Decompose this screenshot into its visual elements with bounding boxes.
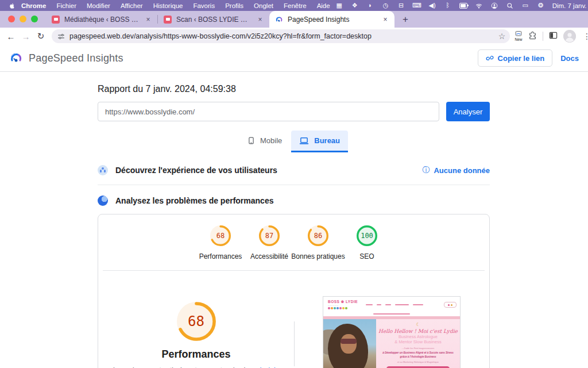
users-experience-icon bbox=[98, 165, 108, 175]
new-badge-label: New bbox=[514, 37, 522, 41]
display-icon[interactable]: ▭ bbox=[521, 2, 529, 10]
wifi-icon[interactable] bbox=[475, 2, 483, 10]
analyzed-url-input[interactable]: https://www.bosslydie.com/ bbox=[98, 102, 439, 121]
spotlight-search-icon[interactable] bbox=[506, 2, 514, 10]
chrome-toolbar: ← → ↻ pagespeed.web.dev/analysis/https-w… bbox=[0, 28, 588, 45]
performance-note: Les valeurs sont estimées et peuvent var… bbox=[111, 365, 281, 368]
menu-historique[interactable]: Historique bbox=[148, 2, 188, 9]
menu-onglet[interactable]: Onglet bbox=[249, 2, 278, 9]
thumb-cart-button bbox=[444, 302, 457, 308]
copy-link-label: Copier le lien bbox=[498, 54, 545, 63]
close-tab-icon[interactable]: × bbox=[381, 15, 390, 24]
report-title: Rapport du 7 janv. 2024, 04:59:38 bbox=[98, 84, 490, 94]
toolbar-divider bbox=[543, 32, 543, 41]
no-data-link[interactable]: ⓘ Aucune donnée bbox=[422, 165, 490, 175]
analyze-button[interactable]: Analyser bbox=[446, 102, 490, 121]
menu-profils[interactable]: Profils bbox=[220, 2, 249, 9]
tab-scan[interactable]: Scan ‹ BOSS LYDIE — WordP × bbox=[158, 11, 269, 28]
tab-mobile-label: Mobile bbox=[260, 136, 282, 145]
column-divider bbox=[294, 321, 295, 366]
snagit-icon[interactable]: ◗ bbox=[366, 2, 374, 10]
best-practices-gauge: 86 bbox=[307, 224, 330, 247]
url-text[interactable]: pagespeed.web.dev/analysis/https-www-bos… bbox=[69, 32, 495, 40]
thumb-hero-line4: et au Marketing Holistique & Magnétique bbox=[397, 361, 439, 363]
keyboard-icon[interactable]: ⌨ bbox=[413, 2, 421, 10]
copy-link-button[interactable]: Copier le lien bbox=[478, 49, 553, 67]
lab-section-title: Analysez les problèmes de performances bbox=[115, 196, 273, 205]
side-panel-icon[interactable] bbox=[549, 31, 558, 42]
tab-desktop[interactable]: Bureau bbox=[291, 131, 348, 152]
performance-detail-body: 68 Performances Les valeurs sont estimée… bbox=[98, 271, 489, 368]
menu-aide[interactable]: Aide bbox=[312, 2, 335, 9]
score-seo[interactable]: 100 SEO bbox=[343, 224, 392, 260]
section-divider bbox=[98, 185, 490, 185]
colorwheel-icon[interactable]: ❂ bbox=[537, 2, 545, 10]
reload-icon[interactable]: ↻ bbox=[33, 29, 48, 44]
window-controls bbox=[0, 16, 46, 28]
menu-favoris[interactable]: Favoris bbox=[188, 2, 220, 9]
menubar-clock[interactable]: Dim. 7 janv. à 05:00 bbox=[552, 2, 588, 9]
wordpress-site-favicon bbox=[164, 16, 172, 24]
performance-heading: Performances bbox=[161, 348, 230, 361]
macos-menu-bar: Chrome Fichier Modifier Afficher Histori… bbox=[0, 0, 588, 11]
thumb-portrait-photo bbox=[323, 319, 376, 368]
close-tab-icon[interactable]: × bbox=[144, 15, 153, 24]
menu-afficher[interactable]: Afficher bbox=[115, 2, 148, 9]
bookmark-star-icon[interactable]: ☆ bbox=[495, 29, 509, 43]
tab-title: Scan ‹ BOSS LYDIE — WordP bbox=[176, 16, 251, 24]
volume-icon[interactable]: ◀) bbox=[428, 2, 436, 10]
chrome-tab-strip: Médiathèque ‹ BOSS LYDIE – × Scan ‹ BOSS… bbox=[0, 11, 588, 28]
reading-mode-new-icon[interactable]: New bbox=[514, 30, 523, 41]
profile-avatar[interactable] bbox=[563, 30, 576, 43]
pagespeed-header: PageSpeed Insights Copier le lien Docs bbox=[0, 45, 588, 72]
pagespeed-logo[interactable] bbox=[9, 51, 23, 65]
score-label: Performances bbox=[199, 252, 242, 260]
forward-icon[interactable]: → bbox=[18, 29, 33, 44]
account-icon[interactable] bbox=[490, 2, 498, 10]
extensions-icon[interactable] bbox=[528, 31, 537, 42]
score-performances[interactable]: 68 Performances bbox=[196, 224, 245, 260]
tab-pagespeed-active[interactable]: PageSpeed Insights × bbox=[269, 11, 394, 28]
score-value: 86 bbox=[307, 224, 330, 247]
tab-title: Médiathèque ‹ BOSS LYDIE – bbox=[64, 16, 139, 24]
close-window-button[interactable] bbox=[8, 16, 15, 22]
menu-chrome[interactable]: Chrome bbox=[16, 2, 51, 9]
new-tab-button[interactable]: + bbox=[398, 12, 413, 27]
tab-desktop-label: Bureau bbox=[314, 136, 340, 145]
bluetooth-icon[interactable]: ᛒ bbox=[444, 2, 452, 10]
close-tab-icon[interactable]: × bbox=[256, 15, 265, 24]
menu-fichier[interactable]: Fichier bbox=[51, 2, 82, 9]
site-settings-icon[interactable] bbox=[57, 33, 65, 40]
menu-modifier[interactable]: Modifier bbox=[82, 2, 115, 9]
docs-link[interactable]: Docs bbox=[560, 54, 579, 63]
back-icon[interactable]: ← bbox=[3, 29, 18, 44]
dropbox-icon[interactable]: ❖ bbox=[351, 2, 359, 10]
score-accessibilite[interactable]: 87 Accessibilité bbox=[245, 224, 294, 260]
report-content: Rapport du 7 janv. 2024, 04:59:38 https:… bbox=[98, 71, 490, 368]
tab-title: PageSpeed Insights bbox=[288, 16, 376, 24]
thumb-hero-line2: à Développer un Business Aligné et à Suc… bbox=[382, 351, 454, 359]
minimize-window-button[interactable] bbox=[20, 16, 26, 22]
chrome-menu-icon[interactable]: ⋮ bbox=[582, 32, 588, 41]
apple-menu-icon[interactable] bbox=[8, 2, 16, 10]
menu-fenetre[interactable]: Fenêtre bbox=[278, 2, 312, 9]
thumb-hero: ☾ Hello Hellow ! Moi c'est Lydie Busines… bbox=[323, 319, 460, 368]
lab-data-section-header: Analysez les problèmes de performances bbox=[98, 195, 490, 206]
widget-icon[interactable]: ⊟ bbox=[397, 2, 405, 10]
address-bar[interactable]: pagespeed.web.dev/analysis/https-www-bos… bbox=[52, 29, 510, 43]
lighthouse-score-card: 68 Performances 87 Accessibilité 86 Bonn… bbox=[98, 214, 490, 368]
app-title[interactable]: PageSpeed Insights bbox=[29, 52, 123, 64]
site-screenshot-thumbnail[interactable]: BOSS ❀ LYDIE — — — — — bbox=[323, 296, 461, 368]
battery-icon[interactable] bbox=[459, 2, 467, 10]
score-label: Accessibilité bbox=[250, 252, 288, 260]
score-bonnes-pratiques[interactable]: 86 Bonnes pratiques bbox=[294, 224, 343, 260]
score-label: Bonnes pratiques bbox=[291, 252, 345, 260]
tab-mediatheque[interactable]: Médiathèque ‹ BOSS LYDIE – × bbox=[46, 11, 157, 28]
zoom-window-button[interactable] bbox=[31, 16, 38, 22]
calendar-icon[interactable]: ▦ bbox=[335, 2, 343, 10]
thumb-site-logo: BOSS ❀ LYDIE bbox=[328, 300, 358, 304]
tab-mobile[interactable]: Mobile bbox=[239, 131, 290, 152]
clock-icon[interactable]: ◷ bbox=[382, 2, 390, 10]
thumb-nav-second-row bbox=[323, 312, 460, 316]
pagespeed-favicon bbox=[275, 16, 283, 24]
